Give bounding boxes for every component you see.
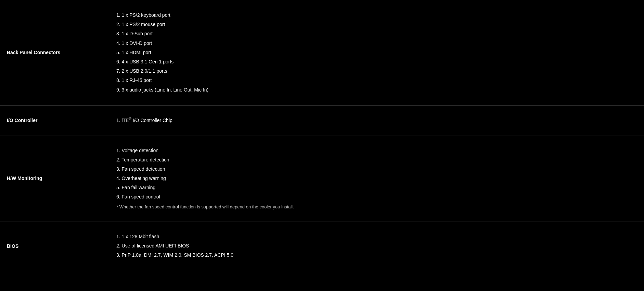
spec-label-bios: BIOS — [0, 221, 110, 271]
spec-note-hw-monitoring: * Whether the fan speed control function… — [116, 203, 637, 211]
spec-content-back-panel: 1. 1 x PS/2 keyboard port2. 1 x PS/2 mou… — [110, 0, 644, 105]
spec-list-item: 6. Fan speed control — [116, 193, 637, 201]
spec-content-bios: 1. 1 x 128 Mbit flash2. Use of licensed … — [110, 221, 644, 271]
spec-table: Back Panel Connectors1. 1 x PS/2 keyboar… — [0, 0, 644, 271]
spec-list-item: 3. PnP 1.0a, DMI 2.7, WfM 2.0, SM BIOS 2… — [116, 251, 637, 259]
spec-list-item: 5. Fan fail warning — [116, 183, 637, 192]
spec-row-io-controller: I/O Controller1. iTE® I/O Controller Chi… — [0, 105, 644, 135]
spec-list-bios: 1. 1 x 128 Mbit flash2. Use of licensed … — [116, 232, 637, 260]
spec-row-back-panel: Back Panel Connectors1. 1 x PS/2 keyboar… — [0, 0, 644, 105]
spec-list-item: 2. 1 x PS/2 mouse port — [116, 20, 637, 29]
spec-list-item: 1. 1 x PS/2 keyboard port — [116, 11, 637, 20]
spec-row-bios: BIOS1. 1 x 128 Mbit flash2. Use of licen… — [0, 221, 644, 271]
spec-list-item: 1. 1 x 128 Mbit flash — [116, 232, 637, 241]
spec-item: 1. iTE® I/O Controller Chip — [116, 116, 637, 125]
spec-list-item: 1. Voltage detection — [116, 146, 637, 155]
spec-list-item: 7. 2 x USB 2.0/1.1 ports — [116, 67, 637, 75]
spec-row-hw-monitoring: H/W Monitoring1. Voltage detection2. Tem… — [0, 135, 644, 221]
spec-list-item: 2. Temperature detection — [116, 156, 637, 164]
spec-list-item: 3. 1 x D-Sub port — [116, 29, 637, 38]
spec-label-io-controller: I/O Controller — [0, 105, 110, 135]
spec-list-back-panel: 1. 1 x PS/2 keyboard port2. 1 x PS/2 mou… — [116, 11, 637, 94]
spec-list-item: 6. 4 x USB 3.1 Gen 1 ports — [116, 58, 637, 66]
spec-list-item: 4. Overheating warning — [116, 174, 637, 183]
spec-list-hw-monitoring: 1. Voltage detection2. Temperature detec… — [116, 146, 637, 202]
spec-list-item: 4. 1 x DVI-D port — [116, 39, 637, 48]
spec-content-hw-monitoring: 1. Voltage detection2. Temperature detec… — [110, 135, 644, 221]
spec-list-item: 2. Use of licensed AMI UEFI BIOS — [116, 242, 637, 250]
spec-list-item: 8. 1 x RJ-45 port — [116, 76, 637, 85]
spec-list-item: 5. 1 x HDMI port — [116, 48, 637, 57]
spec-label-back-panel: Back Panel Connectors — [0, 0, 110, 105]
spec-label-hw-monitoring: H/W Monitoring — [0, 135, 110, 221]
spec-content-io-controller: 1. iTE® I/O Controller Chip — [110, 105, 644, 135]
spec-list-item: 9. 3 x audio jacks (Line In, Line Out, M… — [116, 86, 637, 94]
spec-list-item: 3. Fan speed detection — [116, 165, 637, 173]
